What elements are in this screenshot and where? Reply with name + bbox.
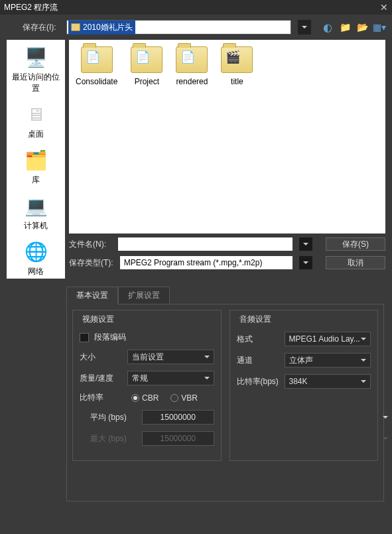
filename-label: 文件名(N): bbox=[69, 239, 111, 250]
up-folder-icon[interactable]: 📁 bbox=[339, 21, 351, 33]
window-title: MPEG2 程序流 bbox=[4, 2, 58, 13]
save-in-label: 保存在(I): bbox=[23, 22, 62, 33]
video-group-title: 视频设置 bbox=[80, 314, 117, 325]
library-icon: 🗂️ bbox=[24, 148, 48, 172]
filename-row: 文件名(N): 保存(S) bbox=[69, 237, 385, 251]
folder-rendered[interactable]: 📄 rendered bbox=[176, 46, 208, 86]
max-label: 最大 (bps) bbox=[90, 433, 137, 444]
cancel-button[interactable]: 取消 bbox=[326, 256, 385, 269]
filetype-row: 保存类型(T): MPEG2 Program stream (*.mpg,*.m… bbox=[69, 256, 385, 269]
size-row: 大小 当前设置 bbox=[80, 350, 214, 364]
settings-panel: 视频设置 段落编码 大小 当前设置 质量/速度 常规 比特率 bbox=[66, 304, 384, 501]
audio-group-title: 音频设置 bbox=[237, 314, 274, 325]
segment-checkbox[interactable] bbox=[80, 333, 89, 342]
main-area: 🖥️ 最近访问的位置 🖥 桌面 🗂️ 库 💻 计算机 🌐 网络 📄 Consol… bbox=[0, 40, 392, 279]
close-icon[interactable]: ✕ bbox=[380, 2, 388, 13]
quality-label: 质量/速度 bbox=[80, 373, 122, 384]
place-recent[interactable]: 🖥️ 最近访问的位置 bbox=[9, 45, 62, 94]
bitrate-label: 比特率 bbox=[80, 392, 122, 403]
folder-icon: 📄 bbox=[81, 46, 113, 73]
settings-area: 基本设置 扩展设置 视频设置 段落编码 大小 当前设置 质量/速度 常规 bbox=[66, 287, 384, 501]
desktop-icon: 🖥 bbox=[24, 102, 48, 126]
avg-select[interactable]: 15000000 bbox=[142, 410, 214, 425]
video-settings-group: 视频设置 段落编码 大小 当前设置 质量/速度 常规 比特率 bbox=[72, 310, 222, 461]
segment-row: 段落编码 bbox=[80, 332, 214, 343]
segment-label: 段落编码 bbox=[94, 332, 126, 343]
folder-title[interactable]: 🎬 title bbox=[221, 46, 253, 86]
network-icon: 🌐 bbox=[24, 239, 48, 263]
save-in-dropdown[interactable] bbox=[298, 20, 311, 34]
place-computer[interactable]: 💻 计算机 bbox=[9, 194, 62, 232]
filetype-dropdown[interactable] bbox=[299, 256, 312, 269]
filename-input[interactable] bbox=[118, 237, 293, 251]
save-in-input[interactable]: 2010婚礼片头 bbox=[66, 20, 291, 34]
place-desktop[interactable]: 🖥 桌面 bbox=[9, 102, 62, 140]
vbr-label: VBR bbox=[181, 393, 198, 403]
format-label: 格式 bbox=[237, 334, 279, 345]
folder-icon: 📄 bbox=[131, 46, 163, 73]
titlebar: MPEG2 程序流 ✕ bbox=[0, 0, 392, 15]
save-in-row: 保存在(I): 2010婚礼片头 ◐ 📁 📂 ▦▾ bbox=[0, 15, 392, 40]
file-list[interactable]: 📄 Consolidate 📄 Project 📄 rendered 🎬 tit… bbox=[69, 40, 385, 234]
format-row: 格式 MPEG1 Audio Lay... bbox=[237, 332, 371, 346]
avg-bps-row: 平均 (bps) 15000000 bbox=[80, 410, 214, 425]
cbr-label: CBR bbox=[142, 393, 159, 403]
folder-icon: 🎬 bbox=[221, 46, 253, 73]
filetype-label: 保存类型(T): bbox=[69, 257, 113, 269]
place-network[interactable]: 🌐 网络 bbox=[9, 239, 62, 277]
nav-toolbar: ◐ 📁 📂 ▦▾ bbox=[322, 21, 385, 33]
save-button[interactable]: 保存(S) bbox=[326, 237, 385, 251]
audio-settings-group: 音频设置 格式 MPEG1 Audio Lay... 通道 立体声 比特率(bp… bbox=[229, 310, 379, 461]
folder-icon bbox=[71, 23, 80, 31]
bitrate-mode-row: 比特率 CBR VBR bbox=[80, 392, 214, 403]
cbr-radio[interactable] bbox=[131, 394, 139, 402]
channel-label: 通道 bbox=[237, 355, 279, 366]
place-library[interactable]: 🗂️ 库 bbox=[9, 148, 62, 186]
max-bps-row: 最大 (bps) 15000000 bbox=[80, 431, 214, 446]
size-label: 大小 bbox=[80, 352, 122, 363]
audio-bitrate-row: 比特率(bps) 384K bbox=[237, 374, 371, 389]
tabs: 基本设置 扩展设置 bbox=[66, 287, 384, 304]
vbr-radio[interactable] bbox=[170, 394, 178, 402]
places-sidebar: 🖥️ 最近访问的位置 🖥 桌面 🗂️ 库 💻 计算机 🌐 网络 bbox=[7, 40, 65, 279]
audio-bitrate-label: 比特率(bps) bbox=[237, 376, 279, 387]
avg-label: 平均 (bps) bbox=[90, 412, 137, 423]
audio-bitrate-select[interactable]: 384K bbox=[285, 374, 371, 389]
filetype-input[interactable]: MPEG2 Program stream (*.mpg,*.m2p) bbox=[120, 256, 293, 269]
channel-row: 通道 立体声 bbox=[237, 353, 371, 367]
computer-icon: 💻 bbox=[24, 194, 48, 218]
folder-project[interactable]: 📄 Project bbox=[131, 46, 163, 86]
max-select: 15000000 bbox=[142, 431, 214, 446]
recent-icon: 🖥️ bbox=[24, 45, 48, 69]
filename-dropdown[interactable] bbox=[299, 237, 312, 251]
save-in-value: 2010婚礼片头 bbox=[83, 22, 133, 33]
size-select[interactable]: 当前设置 bbox=[127, 350, 214, 364]
format-select[interactable]: MPEG1 Audio Lay... bbox=[285, 332, 371, 346]
tab-extended[interactable]: 扩展设置 bbox=[118, 287, 170, 304]
tab-basic[interactable]: 基本设置 bbox=[66, 287, 118, 304]
new-folder-icon[interactable]: 📂 bbox=[356, 21, 368, 33]
view-icon[interactable]: ▦▾ bbox=[373, 21, 385, 33]
folder-icon: 📄 bbox=[176, 46, 208, 73]
channel-select[interactable]: 立体声 bbox=[285, 353, 371, 367]
quality-row: 质量/速度 常规 bbox=[80, 371, 214, 385]
folder-consolidate[interactable]: 📄 Consolidate bbox=[76, 46, 117, 86]
back-icon[interactable]: ◐ bbox=[322, 21, 334, 33]
quality-select[interactable]: 常规 bbox=[127, 371, 214, 385]
